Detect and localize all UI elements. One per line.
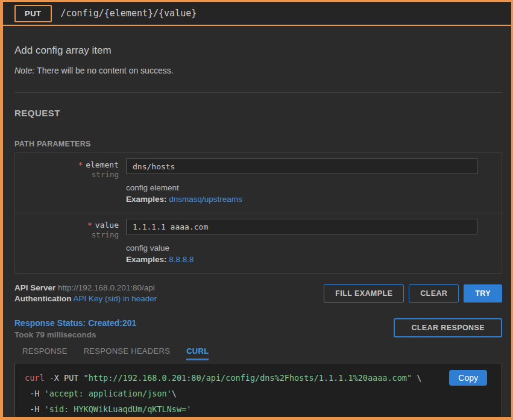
curl-url-string: "http://192.168.0.201:80/api/config/dns%…	[84, 373, 412, 383]
response-status-row: Response Status: Created:201 Took 79 mil…	[14, 318, 502, 339]
server-info: API Server http://192.168.0.201:80/api A…	[14, 283, 157, 304]
api-endpoint-panel: PUT /config/{element}/{value} Add config…	[0, 0, 513, 420]
tab-response-headers[interactable]: RESPONSE HEADERS	[84, 346, 171, 360]
param-type: string	[15, 230, 119, 239]
endpoint-body: Add config array item Note: There will b…	[3, 45, 511, 420]
clear-button[interactable]: CLEAR	[409, 284, 459, 302]
server-and-actions-row: API Server http://192.168.0.201:80/api A…	[14, 283, 502, 304]
example-link-element[interactable]: dnsmasq/upstreams	[169, 195, 242, 204]
param-row-value: *value string config value Examples: 8.8…	[15, 213, 502, 273]
endpoint-note: Note: There will be no content on succes…	[14, 66, 502, 75]
request-section-title: REQUEST	[14, 108, 502, 118]
authentication-line: Authentication API Key (sid) in header	[14, 293, 157, 304]
param-value-cell: config value Examples: 8.8.8.8	[126, 219, 502, 264]
curl-command-token: curl	[25, 373, 45, 383]
endpoint-path: /config/{element}/{value}	[61, 8, 197, 19]
curl-accept-header-string: 'accept: application/json'	[45, 389, 172, 398]
param-description: config value	[126, 243, 477, 252]
param-name: *value	[15, 221, 119, 230]
required-asterisk: *	[87, 221, 92, 230]
curl-line-2: -H 'accept: application/json'\	[25, 386, 492, 401]
param-name: *element	[15, 160, 119, 169]
response-status-text: Response Status: Created:201	[14, 318, 136, 328]
curl-line-1: curl -X PUT "http://192.168.0.201:80/api…	[25, 370, 492, 386]
try-button[interactable]: TRY	[464, 284, 502, 302]
note-label: Note:	[14, 66, 34, 75]
curl-sid-header-string: 'sid: HYKQWikLuaqdUm/qKTLNsw='	[45, 404, 192, 414]
note-text: There will be no content on success.	[34, 66, 173, 75]
authentication-label: Authentication	[14, 294, 72, 303]
fill-example-button[interactable]: FILL EXAMPLE	[324, 284, 404, 302]
param-row-element: *element string config element Examples:…	[15, 153, 502, 213]
section-divider	[14, 92, 502, 93]
clear-response-button[interactable]: CLEAR RESPONSE	[394, 318, 502, 337]
example-link-value[interactable]: 8.8.8.8	[169, 255, 194, 264]
examples-label: Examples:	[126, 195, 167, 204]
param-value-cell: config element Examples: dnsmasq/upstrea…	[126, 158, 502, 204]
path-parameters-table: *element string config element Examples:…	[14, 152, 502, 274]
value-input[interactable]	[126, 219, 477, 234]
param-type: string	[15, 170, 119, 179]
api-server-line: API Server http://192.168.0.201:80/api	[14, 283, 157, 293]
endpoint-header: PUT /config/{element}/{value}	[3, 2, 511, 26]
response-tabs: RESPONSE RESPONSE HEADERS CURL	[14, 346, 502, 360]
param-label-cell: *element string	[15, 158, 126, 204]
tab-response[interactable]: RESPONSE	[22, 346, 68, 360]
param-description: config element	[126, 183, 477, 192]
param-label-cell: *value string	[15, 219, 126, 264]
api-server-url: http://192.168.0.201:80/api	[58, 283, 155, 292]
tab-curl[interactable]: CURL	[186, 346, 209, 360]
examples-label: Examples:	[126, 255, 167, 264]
response-took-text: Took 79 milliseconds	[14, 330, 136, 339]
api-server-label: API Server	[14, 283, 55, 292]
curl-code-panel: curl -X PUT "http://192.168.0.201:80/api…	[14, 363, 502, 420]
authentication-link[interactable]: API Key (sid) in header	[74, 294, 157, 303]
http-method-badge[interactable]: PUT	[14, 5, 52, 22]
copy-button[interactable]: Copy	[449, 370, 487, 386]
path-parameters-title: PATH PARAMETERS	[14, 140, 502, 148]
response-status-info: Response Status: Created:201 Took 79 mil…	[14, 318, 136, 339]
element-input[interactable]	[126, 158, 477, 174]
param-examples: Examples: 8.8.8.8	[126, 255, 477, 264]
action-buttons: FILL EXAMPLE CLEAR TRY	[324, 284, 502, 302]
param-examples: Examples: dnsmasq/upstreams	[126, 195, 477, 204]
endpoint-summary: Add config array item	[14, 45, 502, 57]
required-asterisk: *	[78, 160, 83, 169]
curl-line-3: -H 'sid: HYKQWikLuaqdUm/qKTLNsw='	[25, 401, 492, 417]
